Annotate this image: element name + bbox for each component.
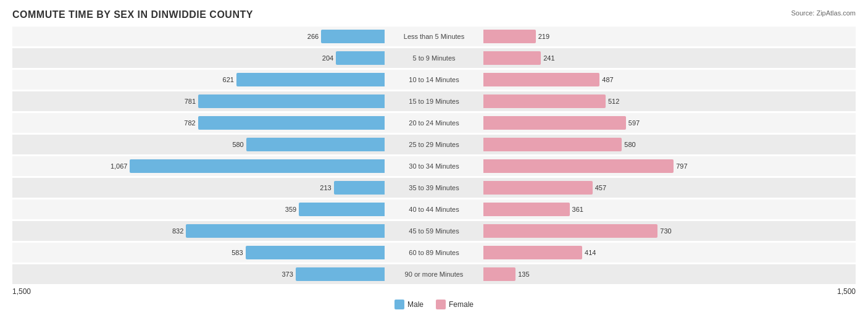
axis-labels: 1,500 1,500 (12, 287, 856, 296)
male-color-box (394, 300, 404, 309)
axis-left: 1,500 (12, 287, 31, 296)
bar-label: 10 to 14 Minutes (385, 76, 483, 83)
female-bar: 219 (483, 30, 536, 43)
male-bar: 583 (246, 246, 385, 259)
female-bar: 730 (483, 224, 657, 238)
male-bar: 782 (198, 116, 385, 130)
chart-container: COMMUTE TIME BY SEX IN DINWIDDIE COUNTY … (0, 0, 868, 323)
female-bar: 457 (483, 181, 593, 195)
table-row: 359 40 to 44 Minutes 361 (12, 199, 856, 219)
left-section: 832 (12, 221, 385, 241)
male-label: Male (407, 300, 424, 309)
male-value: 373 (282, 271, 293, 278)
male-bar: 580 (246, 138, 385, 151)
table-row: 832 45 to 59 Minutes 730 (12, 221, 856, 241)
female-value: 361 (572, 206, 583, 213)
male-value: 204 (322, 54, 333, 62)
female-bar: 241 (483, 51, 541, 65)
right-section: 241 (483, 48, 856, 68)
male-value: 359 (285, 206, 296, 213)
left-section: 580 (12, 135, 385, 154)
male-value: 580 (232, 141, 243, 148)
male-bar: 359 (299, 203, 385, 216)
female-value: 797 (676, 162, 687, 170)
male-value: 621 (223, 76, 234, 83)
right-section: 730 (483, 221, 856, 241)
axis-right: 1,500 (837, 287, 856, 296)
male-bar: 1,067 (130, 159, 385, 173)
male-bar: 204 (336, 51, 385, 65)
female-value: 487 (602, 76, 613, 83)
table-row: 1,067 30 to 34 Minutes 797 (12, 156, 856, 176)
left-section: 266 (12, 27, 385, 46)
female-value: 597 (628, 119, 640, 127)
female-value: 241 (543, 54, 554, 62)
left-section: 204 (12, 48, 385, 68)
right-section: 512 (483, 91, 856, 111)
female-bar: 797 (483, 159, 674, 173)
male-value: 266 (307, 33, 319, 40)
female-bar: 487 (483, 73, 599, 86)
right-section: 797 (483, 156, 856, 176)
chart-area: 266 Less than 5 Minutes 219 204 5 to 9 M… (12, 27, 856, 284)
right-section: 135 (483, 264, 856, 284)
female-value: 414 (585, 249, 596, 256)
bar-label: 40 to 44 Minutes (385, 206, 483, 213)
bar-label: 45 to 59 Minutes (385, 227, 483, 235)
male-value: 781 (185, 98, 196, 105)
male-value: 1,067 (111, 162, 128, 170)
female-color-box (436, 300, 446, 309)
table-row: 621 10 to 14 Minutes 487 (12, 70, 856, 90)
male-value: 782 (184, 119, 195, 127)
bar-label: Less than 5 Minutes (385, 33, 483, 40)
female-bar: 512 (483, 94, 606, 108)
female-label: Female (449, 300, 474, 309)
left-section: 583 (12, 243, 385, 262)
male-bar: 373 (296, 267, 385, 281)
female-value: 135 (518, 271, 529, 278)
female-value: 512 (608, 98, 619, 105)
male-value: 832 (172, 227, 183, 235)
right-section: 580 (483, 135, 856, 154)
right-section: 457 (483, 178, 856, 198)
legend-female: Female (436, 300, 474, 309)
right-section: 597 (483, 113, 856, 133)
table-row: 781 15 to 19 Minutes 512 (12, 91, 856, 111)
bar-label: 20 to 24 Minutes (385, 119, 483, 127)
female-value: 219 (538, 33, 549, 40)
legend: Male Female (12, 300, 856, 309)
bar-label: 30 to 34 Minutes (385, 162, 483, 170)
male-bar: 832 (186, 224, 385, 238)
male-bar: 266 (321, 30, 385, 43)
right-section: 361 (483, 199, 856, 219)
chart-title: COMMUTE TIME BY SEX IN DINWIDDIE COUNTY (12, 9, 856, 20)
table-row: 580 25 to 29 Minutes 580 (12, 135, 856, 154)
female-bar: 580 (483, 138, 622, 151)
table-row: 204 5 to 9 Minutes 241 (12, 48, 856, 68)
left-section: 621 (12, 70, 385, 90)
table-row: 782 20 to 24 Minutes 597 (12, 113, 856, 133)
table-row: 583 60 to 89 Minutes 414 (12, 243, 856, 262)
left-section: 782 (12, 113, 385, 133)
left-section: 213 (12, 178, 385, 198)
female-bar: 597 (483, 116, 626, 130)
bar-label: 15 to 19 Minutes (385, 98, 483, 105)
bar-label: 25 to 29 Minutes (385, 141, 483, 148)
male-value: 583 (232, 249, 243, 256)
male-bar: 213 (334, 181, 385, 195)
female-value: 457 (595, 184, 606, 191)
male-bar: 621 (236, 73, 385, 86)
left-section: 1,067 (12, 156, 385, 176)
right-section: 487 (483, 70, 856, 90)
right-section: 219 (483, 27, 856, 46)
male-bar: 781 (198, 94, 385, 108)
table-row: 373 90 or more Minutes 135 (12, 264, 856, 284)
left-section: 373 (12, 264, 385, 284)
bar-label: 90 or more Minutes (385, 271, 483, 278)
female-value: 730 (660, 227, 671, 235)
bar-label: 60 to 89 Minutes (385, 249, 483, 256)
left-section: 359 (12, 199, 385, 219)
bar-label: 5 to 9 Minutes (385, 54, 483, 62)
female-bar: 361 (483, 203, 570, 216)
legend-male: Male (394, 300, 424, 309)
